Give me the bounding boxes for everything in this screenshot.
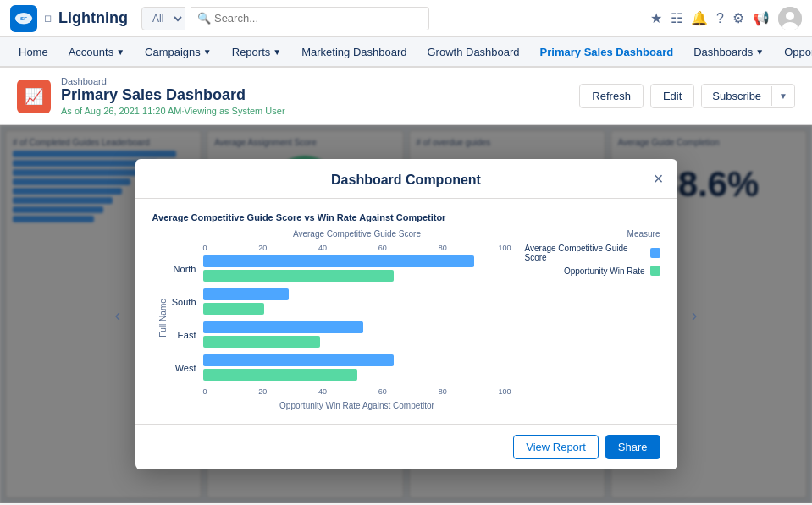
chart-bottom-label: Opportunity Win Rate Against Competitor [152, 401, 511, 410]
salesforce-logo: SF [10, 5, 37, 32]
modal-dialog: Dashboard Component × Average Competitiv… [135, 159, 677, 469]
view-report-button[interactable]: View Report [513, 435, 599, 459]
dash-header-left: 📈 Dashboard Primary Sales Dashboard As o… [17, 76, 285, 116]
subscribe-button-group: Subscribe ▼ [701, 84, 795, 108]
legend-label-blue: Average Competitive Guide Score [525, 244, 645, 262]
subscribe-dropdown-button[interactable]: ▼ [771, 86, 794, 106]
nav-item-accounts[interactable]: Accounts ▼ [58, 37, 135, 68]
close-button[interactable]: × [654, 169, 664, 189]
svg-text:SF: SF [20, 14, 27, 20]
dash-header-right: Refresh Edit Subscribe ▼ [579, 84, 795, 108]
avatar[interactable] [778, 7, 802, 30]
nav-item-primary-sales-dashboard[interactable]: Primary Sales Dashboard [530, 37, 684, 68]
modal-next-button[interactable]: › [692, 305, 698, 324]
modal-header: Dashboard Component × [135, 159, 677, 199]
chart-axis-top: 0 20 40 60 80 100 [152, 244, 511, 252]
bar-north-green [203, 270, 395, 282]
chevron-down-icon: ▼ [755, 47, 764, 57]
chart-area: Average Competitive Guide Score 0 20 40 … [152, 229, 660, 410]
legend-dot-green [650, 266, 660, 276]
refresh-button[interactable]: Refresh [579, 84, 644, 108]
favorites-icon[interactable]: ★ [650, 10, 662, 26]
bell-icon[interactable]: 🔔 [691, 10, 708, 26]
chart-row-south: South [152, 288, 511, 315]
chart-row-east: East [152, 321, 511, 348]
top-bar-icons: ★ ☷ 🔔 ? ⚙ 📢 [650, 7, 802, 30]
subscribe-button[interactable]: Subscribe [702, 85, 771, 107]
bar-north-blue [203, 255, 474, 267]
dash-title-area: Dashboard Primary Sales Dashboard As of … [61, 76, 285, 116]
modal-prev-button[interactable]: ‹ [115, 305, 121, 324]
chart-rows-wrap: Full Name North Sou [152, 255, 511, 381]
nav-item-growth-dashboard[interactable]: Growth Dashboard [417, 37, 529, 68]
legend-item-green: Opportunity Win Rate [525, 266, 660, 276]
chevron-down-icon: ▼ [116, 47, 124, 57]
dashboard-icon: 📈 [17, 80, 51, 113]
chart-legend: Measure Average Competitive Guide Score … [525, 229, 660, 410]
bar-south-green [203, 303, 265, 315]
search-input-wrap: 🔍 [191, 7, 429, 30]
chart-row-west: West [152, 354, 511, 381]
chart-y-axis-label: Full Name [158, 299, 168, 338]
chart-row-north: North [152, 255, 511, 282]
modal-footer: View Report Share [135, 424, 677, 469]
edit-button[interactable]: Edit [650, 84, 694, 108]
breadcrumb: Dashboard [61, 76, 285, 86]
nav-item-marketing-dashboard[interactable]: Marketing Dashboard [291, 37, 417, 68]
question-icon[interactable]: ? [716, 11, 724, 26]
modal-overlay[interactable]: Dashboard Component × Average Competitiv… [0, 125, 812, 503]
svg-point-4 [786, 12, 794, 20]
nav-item-dashboards[interactable]: Dashboards ▼ [683, 37, 774, 68]
page-title: Primary Sales Dashboard [61, 86, 285, 104]
legend-dot-blue [650, 248, 660, 258]
grid-icon[interactable]: ☷ [671, 10, 682, 26]
share-button[interactable]: Share [605, 435, 660, 459]
bar-east-green [203, 336, 320, 348]
nav-bar: Home Accounts ▼ Campaigns ▼ Reports ▼ Ma… [0, 37, 812, 68]
nav-item-home[interactable]: Home [8, 37, 58, 68]
dashboard-outer: # of Completed Guides Leaderboard Averag… [0, 125, 812, 503]
chevron-down-icon: ▼ [203, 47, 212, 57]
notification-icon[interactable]: 📢 [753, 10, 770, 26]
bar-west-green [203, 369, 357, 381]
settings-icon[interactable]: ⚙ [732, 10, 744, 26]
bar-south-blue [203, 288, 290, 300]
nav-item-opportunities[interactable]: Opportunities ▼ [774, 37, 812, 68]
legend-label-green: Opportunity Win Rate [564, 266, 645, 276]
top-bar: SF ◻ Lightning All 🔍 ★ ☷ 🔔 ? ⚙ 📢 [0, 0, 812, 37]
search-area: All 🔍 [141, 7, 429, 30]
app-name: Lightning [58, 9, 128, 27]
nav-item-campaigns[interactable]: Campaigns ▼ [135, 37, 222, 68]
search-input[interactable] [214, 12, 422, 25]
dashboard-header: 📈 Dashboard Primary Sales Dashboard As o… [0, 68, 812, 125]
search-scope-select[interactable]: All [141, 7, 185, 30]
legend-item-blue: Average Competitive Guide Score [525, 244, 660, 262]
chevron-down-icon: ▼ [273, 47, 281, 57]
search-icon: 🔍 [197, 12, 211, 25]
chart-axis-bottom: 0 20 40 60 80 100 [152, 387, 511, 396]
dash-subtitle: As of Aug 26, 2021 11:20 AM·Viewing as S… [61, 106, 285, 116]
nav-item-reports[interactable]: Reports ▼ [222, 37, 291, 68]
chart-title: Average Competitive Guide Score vs Win R… [152, 212, 660, 222]
app-switcher[interactable]: ◻ [44, 13, 52, 24]
bar-west-blue [203, 354, 395, 366]
legend-title: Measure [525, 229, 660, 239]
modal-body: Average Competitive Guide Score vs Win R… [135, 199, 677, 424]
modal-title: Dashboard Component [152, 173, 660, 188]
bar-east-blue [203, 321, 363, 333]
chart-main: Average Competitive Guide Score 0 20 40 … [152, 229, 511, 410]
chart-top-label: Average Competitive Guide Score [152, 229, 511, 239]
